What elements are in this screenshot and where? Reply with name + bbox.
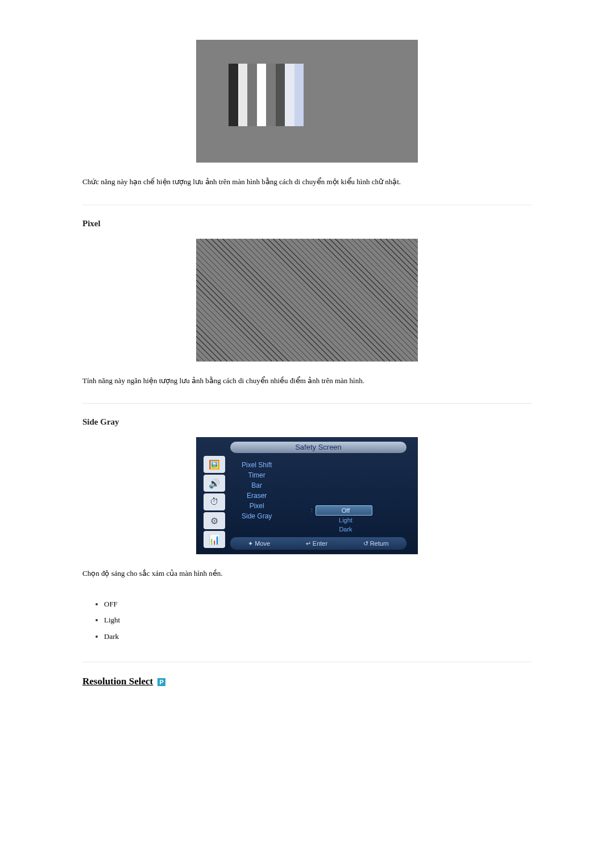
osd-menu-item: Pixel: [242, 501, 272, 511]
osd-option-off: Off: [316, 505, 372, 516]
bullet-off: OFF: [104, 596, 532, 613]
osd-option-list: Off Light Dark: [316, 505, 372, 534]
bar-pattern-figure: [82, 40, 532, 165]
osd-title: Safety Screen: [230, 442, 406, 453]
osd-footer-return: ↺ Return: [363, 540, 389, 547]
multi-icon: 📊: [204, 531, 225, 548]
section3-caption: Chọn độ sáng cho sắc xám của màn hình nề…: [82, 568, 532, 579]
p-badge-icon: P: [157, 678, 165, 686]
osd-footer-move: ✦ Move: [248, 540, 270, 547]
osd-menu-item: Eraser: [242, 491, 272, 501]
pixel-pattern-figure: [82, 239, 532, 364]
divider: [82, 205, 532, 205]
sound-icon: 🔊: [204, 475, 225, 492]
heading-side-gray: Side Gray: [82, 417, 532, 427]
bullet-dark: Dark: [104, 629, 532, 645]
osd-icon-column: 🖼️ 🔊 ⏱ ⚙ 📊: [202, 454, 227, 550]
setup-icon: ⚙: [204, 512, 225, 529]
bullet-light: Light: [104, 612, 532, 629]
timer-icon: ⏱: [204, 493, 225, 510]
osd-menu-item: Bar: [242, 480, 272, 491]
pixel-pattern-image: [196, 239, 418, 362]
heading-pixel: Pixel: [82, 219, 532, 229]
osd-menu-item: Timer: [242, 470, 272, 480]
osd-footer-enter: ↵ Enter: [306, 540, 327, 547]
osd-menu-item: Side Gray: [242, 511, 272, 521]
osd-menu-list: Pixel Shift Timer Bar Eraser Pixel Side …: [242, 460, 272, 521]
resolution-select-link[interactable]: Resolution Select: [82, 676, 153, 687]
osd-screenshot: Safety Screen 🖼️ 🔊 ⏱ ⚙ 📊 Pixel Shift Tim…: [196, 437, 418, 554]
picture-icon: 🖼️: [204, 456, 225, 473]
divider: [82, 403, 532, 404]
section1-caption: Chức năng này hạn chế hiện tượng lưu ảnh…: [82, 176, 532, 188]
divider: [82, 662, 532, 662]
osd-menu-item: Pixel Shift: [242, 460, 272, 470]
osd-colon: :: [311, 506, 313, 513]
osd-footer: ✦ Move ↵ Enter ↺ Return: [230, 537, 406, 550]
side-gray-bullets: OFF Light Dark: [82, 596, 532, 645]
section2-caption: Tính năng này ngăn hiện tượng lưu ảnh bằ…: [82, 375, 532, 387]
bar-pattern-image: [196, 40, 418, 163]
osd-option-dark: Dark: [316, 525, 372, 534]
osd-option-light: Light: [316, 516, 372, 525]
